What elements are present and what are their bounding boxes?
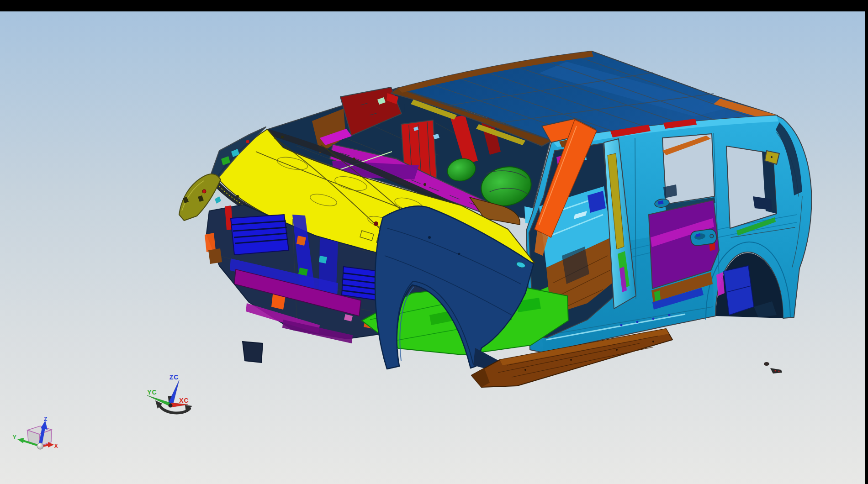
fender-hole xyxy=(458,253,460,255)
loose-bracket-dot xyxy=(778,371,780,372)
rocker-plug xyxy=(636,321,639,323)
wcs-y-label: YC xyxy=(147,389,157,396)
grille-louvre-left[interactable] xyxy=(231,215,289,255)
loose-bracket-dot xyxy=(775,370,776,372)
clip-orange-bit[interactable] xyxy=(205,233,216,252)
loose-clip[interactable] xyxy=(764,362,769,366)
board-bolt xyxy=(616,349,618,351)
hood-hole xyxy=(281,136,284,138)
loose-bracket[interactable] xyxy=(770,368,782,374)
wcs-x-label: XC xyxy=(179,397,189,404)
wcs-origin[interactable] xyxy=(169,404,173,408)
wheelhouse-box[interactable] xyxy=(724,266,754,315)
clip-cyan-bit[interactable] xyxy=(319,256,327,263)
rocker-plug xyxy=(620,324,623,326)
front-step[interactable] xyxy=(243,342,263,363)
wcs-z-axis[interactable] xyxy=(168,380,179,405)
base-red-dot[interactable] xyxy=(246,140,249,143)
rear-green-sliver[interactable] xyxy=(654,290,661,301)
abs-x-arrowhead xyxy=(48,442,54,447)
hood-hole xyxy=(353,158,355,160)
hood-latch[interactable] xyxy=(374,221,378,226)
lock-hole[interactable] xyxy=(710,234,714,238)
tip-red-dot[interactable] xyxy=(202,189,206,193)
right-edge-bar xyxy=(865,0,868,484)
board-bolt xyxy=(570,359,572,361)
abs-x-label: X xyxy=(54,443,58,449)
hood-hole xyxy=(236,195,239,198)
loose-parts[interactable] xyxy=(764,362,782,374)
application-window: ZC XC YC Z X Y xyxy=(0,0,868,484)
top-bar xyxy=(0,0,868,11)
tag-hole xyxy=(771,156,773,158)
rocker-plug xyxy=(652,318,655,320)
board-bolt xyxy=(652,341,654,342)
abs-y-label: Y xyxy=(13,434,17,441)
wcs-triad[interactable]: ZC XC YC xyxy=(147,374,192,413)
abs-y-arrowhead xyxy=(17,438,24,443)
hood-hole xyxy=(423,183,426,186)
board-bolt xyxy=(524,369,526,371)
fender-hole xyxy=(428,236,431,239)
rocker-plug xyxy=(668,314,671,316)
abs-z-label: Z xyxy=(44,416,48,422)
model-canvas[interactable]: ZC XC YC Z X Y xyxy=(0,0,868,484)
car-model[interactable] xyxy=(179,51,811,387)
clip-brown-patch[interactable] xyxy=(208,248,222,264)
absolute-triad[interactable]: Z X Y xyxy=(13,416,58,449)
tip-teal-sliver[interactable] xyxy=(215,196,221,204)
wcs-z-label: ZC xyxy=(169,374,179,381)
abs-origin-sphere[interactable] xyxy=(37,443,43,449)
